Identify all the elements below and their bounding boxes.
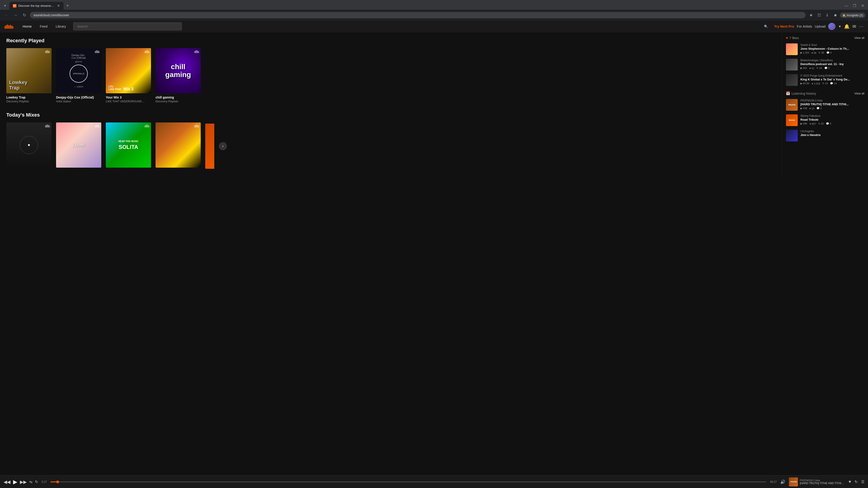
download-button[interactable]: ⇓ — [824, 11, 831, 19]
svg-rect-24 — [145, 51, 145, 53]
try-next-pro-button[interactable]: Try Next Pro — [774, 24, 794, 28]
address-input[interactable] — [30, 12, 806, 18]
svg-rect-31 — [194, 51, 195, 53]
comments-road: 💬 6 — [826, 122, 831, 125]
likes-count: ♥ 7 likes — [786, 36, 799, 40]
sidebar-track-sweet[interactable]: Sweet & Sour Jono Stephenson - Colours I… — [786, 43, 864, 55]
queue-button[interactable]: ☰ — [861, 480, 864, 484]
nav-feed[interactable]: Feed — [36, 23, 51, 30]
player-bar: ◀◀ ▶ ▶▶ ⇆ ↻ 0:17 36:27 🔊 PRZFM PRZFM109.… — [0, 475, 868, 487]
search-section: 🔍 — [73, 22, 771, 30]
sidebar-track-purge[interactable]: © 2020 Purge Gang Entertainment King K G… — [786, 74, 864, 86]
comments-sweet: 💬 4 — [827, 51, 832, 54]
sc-logo-icon — [4, 24, 13, 29]
card-chill-gaming[interactable]: chillgaming chill gaming Discovery Playl… — [156, 48, 201, 103]
track-info-road: Skinny Fabulous Road Tribute ▶ 58K ♥ 697… — [800, 114, 864, 126]
incognito-badge[interactable]: 🕵 Incognito (2) — [840, 13, 865, 18]
likes-przfm: ♥ 16 — [809, 107, 814, 110]
road-thumb-text: ROAD — [789, 119, 795, 121]
browser-chrome: ▼ SC Discover the top streamed mus... ✕ … — [0, 0, 868, 21]
sidebar-track-jimi[interactable]: I.N.Kognito Jimi n Hendrix — [786, 130, 864, 141]
next-button[interactable]: ▶▶ — [20, 479, 27, 485]
svg-rect-3 — [7, 24, 8, 29]
svg-rect-6 — [10, 25, 11, 29]
history-icon: 📆 — [786, 91, 790, 95]
minimize-button[interactable]: — — [843, 2, 850, 9]
card-mix-partial[interactable] — [205, 124, 214, 169]
tab-close-button[interactable]: ✕ — [57, 4, 60, 8]
progress-dot — [56, 481, 59, 483]
deejay-label: Deejay-GijsCox (Official) — [71, 54, 86, 59]
sidebar-track-densi[interactable]: Biotechnologia / Densiflora Densiflora p… — [786, 59, 864, 70]
sidebar-track-road[interactable]: ROAD Skinny Fabulous Road Tribute ▶ 58K … — [786, 114, 864, 126]
card-mix-ltu2[interactable] — [156, 123, 201, 170]
sc-watermark-lowkey — [45, 50, 50, 54]
card-mix-lover[interactable]: Lover — [56, 123, 101, 170]
history-title-text: Listening history — [792, 92, 816, 95]
card-mix-dark[interactable] — [6, 123, 52, 170]
messages-icon[interactable]: ✉ — [852, 24, 856, 29]
play-button[interactable]: ▶ — [13, 479, 17, 485]
sc-logo[interactable] — [4, 24, 13, 29]
avatar-chevron[interactable]: ▼ — [838, 25, 841, 28]
svg-rect-18 — [96, 51, 96, 53]
previous-button[interactable]: ◀◀ — [4, 479, 10, 485]
nav-library[interactable]: Library — [52, 23, 70, 30]
bookmark-button[interactable]: ★ — [807, 11, 815, 19]
volume-button[interactable]: 🔊 — [780, 480, 785, 484]
track-info-sweet: Sweet & Sour Jono Stephenson - Colours I… — [800, 43, 864, 55]
svg-rect-43 — [49, 125, 49, 127]
sc-watermark-ltu2 — [194, 124, 199, 128]
comments-przfm: 💬 2 — [816, 107, 822, 110]
shuffle-button[interactable]: ⇆ — [29, 480, 32, 484]
forward-button[interactable]: → — [12, 11, 19, 19]
for-artists-link[interactable]: For Artists — [797, 24, 812, 28]
svg-rect-60 — [195, 125, 195, 128]
card-mix-soli[interactable]: HEAR THIS MUSIC SOLITA — [106, 123, 151, 170]
track-stats-przfm: ▶ 438 ♥ 16 💬 2 — [800, 107, 864, 110]
search-input[interactable] — [73, 22, 182, 30]
track-label-road: Skinny Fabulous — [800, 114, 864, 118]
active-tab[interactable]: SC Discover the top streamed mus... ✕ — [9, 2, 64, 10]
close-window-button[interactable]: ✕ — [859, 2, 866, 9]
card-mix3[interactable]: LTULIKE THAT Mix 3 Your Mix 3 LIKE THAT … — [106, 48, 151, 103]
card-deejay[interactable]: Deejay-GijsCox (Official) gjscox 2PROMIL… — [56, 48, 101, 103]
like-button[interactable]: ♥ — [848, 480, 851, 484]
upload-button[interactable]: Upload — [815, 24, 826, 28]
user-avatar[interactable] — [828, 23, 835, 30]
likes-view-all[interactable]: View all — [854, 36, 864, 39]
svg-rect-58 — [149, 126, 149, 128]
likes-purge: ♥ 1,018 — [812, 82, 820, 85]
svg-rect-53 — [145, 125, 146, 128]
progress-bar[interactable] — [51, 482, 766, 482]
history-view-all[interactable]: View all — [854, 92, 864, 95]
sidebar-track-przfm[interactable]: PRZFM PRZFM109.2 Asia [HARD TRUTH] TITHE… — [786, 99, 864, 111]
new-tab-button[interactable]: + — [64, 2, 71, 9]
browser-expand[interactable]: ▼ — [2, 3, 8, 8]
reload-button[interactable]: ↻ — [21, 11, 28, 19]
restore-button[interactable]: ❐ — [851, 2, 858, 9]
player-progress[interactable] — [51, 482, 766, 482]
card-lowkey-trap[interactable]: LowkeyTrap Lowkey Trap Discovery Playlis… — [6, 48, 52, 103]
sc-watermark-chill — [194, 50, 199, 54]
todays-mixes-title: Today's Mixes — [6, 112, 776, 118]
todays-mixes-section: Today's Mixes — [6, 112, 776, 170]
tab-search-button[interactable]: ☷ — [815, 11, 823, 19]
soli-top-text: HEAR THIS MUSIC — [119, 140, 138, 142]
repeat-button[interactable]: ↻ — [35, 480, 38, 484]
dark-art-circle — [20, 136, 38, 154]
nav-home[interactable]: Home — [19, 23, 35, 30]
svg-rect-29 — [148, 51, 149, 53]
more-options-button[interactable]: ⋯ — [859, 24, 864, 29]
repost-button[interactable]: ↻ — [855, 480, 858, 484]
scroll-right-button[interactable]: › — [219, 142, 227, 150]
history-title: 📆 Listening history — [786, 91, 816, 95]
card-image-lowkey: LowkeyTrap — [6, 48, 52, 93]
svg-rect-55 — [147, 125, 147, 127]
sc-watermark-lover — [95, 124, 99, 128]
svg-rect-37 — [198, 51, 199, 53]
notifications-bell[interactable]: 🔔 — [844, 24, 850, 29]
back-button[interactable]: ← — [3, 11, 10, 19]
extensions-button[interactable]: ■ — [832, 11, 839, 19]
svg-rect-16 — [49, 51, 50, 53]
